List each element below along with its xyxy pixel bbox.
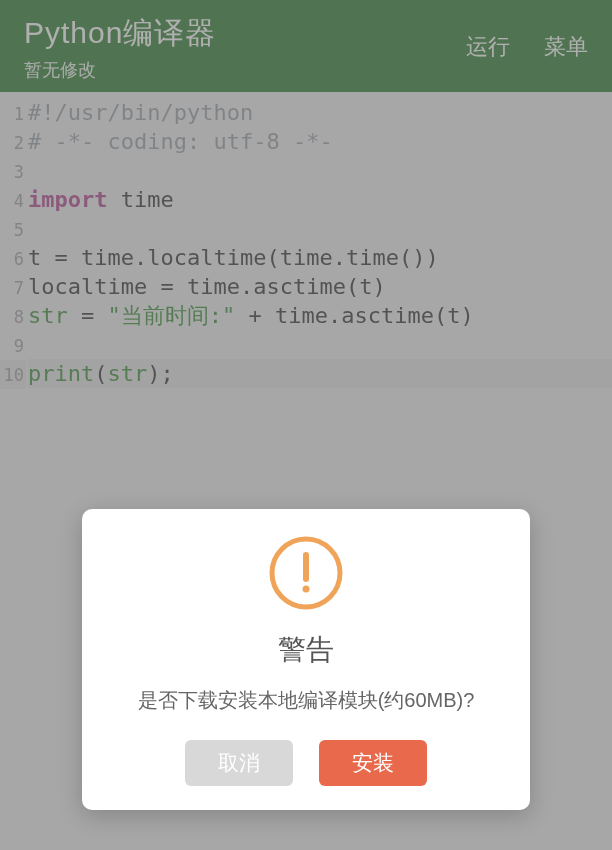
warning-dialog: 警告 是否下载安装本地编译模块(约60MB)? 取消 安装 xyxy=(82,509,530,810)
modal-overlay[interactable]: 警告 是否下载安装本地编译模块(约60MB)? 取消 安装 xyxy=(0,0,612,850)
install-button[interactable]: 安装 xyxy=(319,740,427,786)
dialog-actions: 取消 安装 xyxy=(185,740,427,786)
cancel-button[interactable]: 取消 xyxy=(185,740,293,786)
svg-point-2 xyxy=(303,586,310,593)
dialog-message: 是否下载安装本地编译模块(约60MB)? xyxy=(138,687,475,714)
dialog-title: 警告 xyxy=(278,631,334,669)
warning-icon xyxy=(266,533,346,617)
app-root: Python编译器 暂无修改 运行 菜单 12345678910 #!/usr/… xyxy=(0,0,612,850)
